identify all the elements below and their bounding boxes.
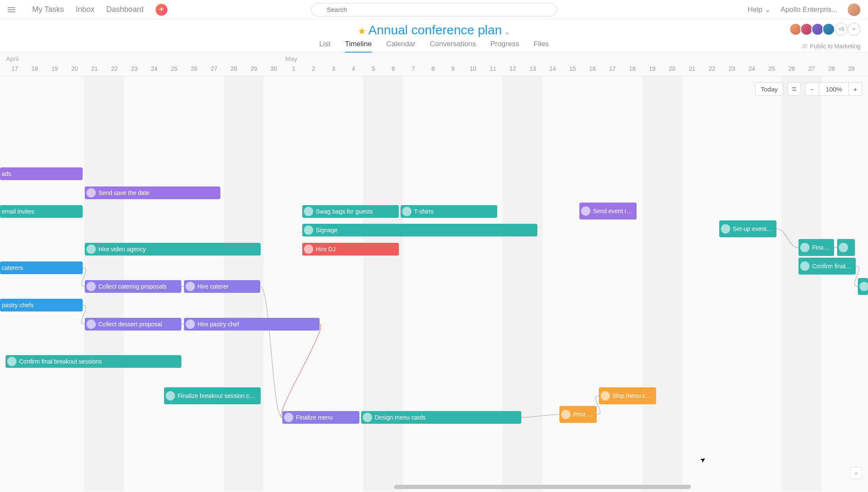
search-wrap <box>311 3 557 17</box>
task-bar-email-invites[interactable]: email invites <box>0 205 83 218</box>
assignee-avatar <box>304 225 313 235</box>
project-tabs: ListTimelineCalendarConversationsProgres… <box>0 40 868 53</box>
settings-icon[interactable] <box>787 82 801 96</box>
chevron-down-icon[interactable]: ⌄ <box>504 28 510 36</box>
day-label: 26 <box>191 65 198 72</box>
zoom-controls: − 100% + <box>805 82 862 96</box>
task-bar-setup[interactable]: Set-up event space <box>719 220 776 237</box>
day-label: 6 <box>392 65 395 72</box>
weekend-shade <box>642 76 682 492</box>
today-button[interactable]: Today <box>755 82 783 96</box>
day-label: 7 <box>412 65 415 72</box>
day-label: 15 <box>569 65 576 72</box>
task-bar-confirm-final[interactable]: Confirm final details <box>798 258 856 275</box>
day-label: 27 <box>211 65 217 72</box>
horizontal-scrollbar[interactable] <box>0 485 868 489</box>
day-label: 17 <box>609 65 616 72</box>
day-label: 22 <box>111 65 118 72</box>
task-label: Set-up event space <box>733 225 773 232</box>
search-input[interactable] <box>311 3 557 17</box>
task-bar-final-event2[interactable] <box>837 239 855 256</box>
assignee-avatar <box>363 413 372 422</box>
member-overflow[interactable]: +5 <box>835 23 848 36</box>
tab-timeline[interactable]: Timeline <box>345 40 372 53</box>
chevron-down-icon: ⌄ <box>765 6 771 14</box>
task-bar-catering-prop[interactable]: Collect catering proposals <box>85 280 181 293</box>
assignee-avatar <box>402 207 412 216</box>
project-title[interactable]: Annual conference plan <box>368 23 502 37</box>
tab-calendar[interactable]: Calendar <box>386 40 415 53</box>
tab-list[interactable]: List <box>319 40 330 53</box>
task-label: caterers <box>2 264 23 271</box>
task-bar-breakout[interactable]: Confirm final breakout sessions <box>6 355 181 368</box>
assignee-avatar <box>839 243 848 252</box>
day-label: 27 <box>808 65 815 72</box>
task-label: Hire caterer <box>198 283 228 290</box>
zoom-out-button[interactable]: − <box>805 82 819 96</box>
scrollbar-thumb[interactable] <box>394 485 691 489</box>
task-bar-save-date[interactable]: Send save the date <box>85 186 220 199</box>
day-label: 18 <box>31 65 38 72</box>
weekend-shade <box>782 76 821 492</box>
task-bar-tshirts[interactable]: T-shirts <box>401 205 497 218</box>
day-label: 24 <box>151 65 158 72</box>
timeline-toolbar: Today − 100% + <box>755 82 862 96</box>
member-avatar[interactable] <box>822 23 835 36</box>
day-label: 22 <box>709 65 715 72</box>
task-bar-pastry-chefs[interactable]: pastry chefs <box>0 299 83 311</box>
task-bar-reminder[interactable]: Send event reminder <box>579 203 637 220</box>
assignee-avatar <box>721 224 730 233</box>
task-label: Confirm final details <box>812 263 852 270</box>
assignee-avatar <box>860 282 868 291</box>
day-label: 3 <box>332 65 335 72</box>
task-bar-final-menu[interactable]: Finalize menu <box>282 411 359 424</box>
task-bar-swag[interactable]: Swag bags for guests <box>302 205 399 218</box>
task-bar-final-event[interactable]: Final event... <box>798 239 834 256</box>
task-bar-hire-dj[interactable]: Hire DJ <box>302 243 399 256</box>
star-icon[interactable]: ★ <box>358 26 366 36</box>
menu-icon[interactable] <box>8 7 15 12</box>
svg-point-3 <box>805 44 807 46</box>
tab-progress[interactable]: Progress <box>490 40 519 53</box>
task-bar-hire-caterer[interactable]: Hire caterer <box>184 280 260 293</box>
day-label: 17 <box>11 65 18 72</box>
add-member-button[interactable]: + <box>848 23 860 36</box>
collapse-button[interactable]: » <box>850 467 862 479</box>
task-bar-dessert-prop[interactable]: Collect dessert proposal <box>85 318 181 331</box>
tab-files[interactable]: Files <box>534 40 549 53</box>
task-bar-hire-video[interactable]: Hire video agency <box>85 243 261 256</box>
svg-point-5 <box>795 90 796 91</box>
tab-conversations[interactable]: Conversations <box>430 40 476 53</box>
people-icon <box>802 43 808 49</box>
add-button[interactable]: + <box>156 4 167 16</box>
timeline-canvas[interactable]: Today − 100% + » ➤ adsSend save the date… <box>0 76 868 492</box>
assignee-avatar <box>561 410 570 419</box>
task-bar-signage[interactable]: Signage <box>302 224 537 236</box>
task-label: Ship menu cards to... <box>612 392 653 399</box>
task-bar-hire-pastry[interactable]: Hire pastry chef <box>184 318 320 331</box>
project-header: ★ Annual conference plan ⌄ ListTimelineC… <box>0 19 868 53</box>
svg-point-2 <box>803 44 804 46</box>
task-bar-caterers[interactable]: caterers <box>0 261 83 274</box>
task-bar-breakout-content[interactable]: Finalize breakout session content <box>164 387 261 404</box>
assignee-avatar <box>186 282 195 291</box>
privacy-toggle[interactable]: Public to Marketing <box>802 43 860 50</box>
task-bar-design-cards[interactable]: Design menu cards <box>361 411 521 424</box>
nav-my-tasks[interactable]: My Tasks <box>32 5 64 14</box>
zoom-in-button[interactable]: + <box>849 82 862 96</box>
task-bar-tealslice[interactable] <box>858 278 868 295</box>
nav-inbox[interactable]: Inbox <box>76 5 95 14</box>
org-menu[interactable]: Apollo Enterpris... <box>781 6 837 14</box>
mouse-cursor: ➤ <box>698 455 708 464</box>
nav-dashboard[interactable]: Dashboard <box>106 5 144 14</box>
day-label: 8 <box>431 65 435 72</box>
zoom-level: 100% <box>819 82 849 96</box>
task-label: Swag bags for guests <box>316 208 373 215</box>
assignee-avatar <box>186 320 195 329</box>
task-bar-ads[interactable]: ads <box>0 167 83 180</box>
user-avatar[interactable] <box>848 3 860 16</box>
project-members: +5 + <box>793 23 860 36</box>
help-menu[interactable]: Help ⌄ <box>748 5 771 14</box>
task-bar-print-menu[interactable]: Print menu... <box>559 406 597 423</box>
task-bar-ship-cards[interactable]: Ship menu cards to... <box>599 387 656 404</box>
